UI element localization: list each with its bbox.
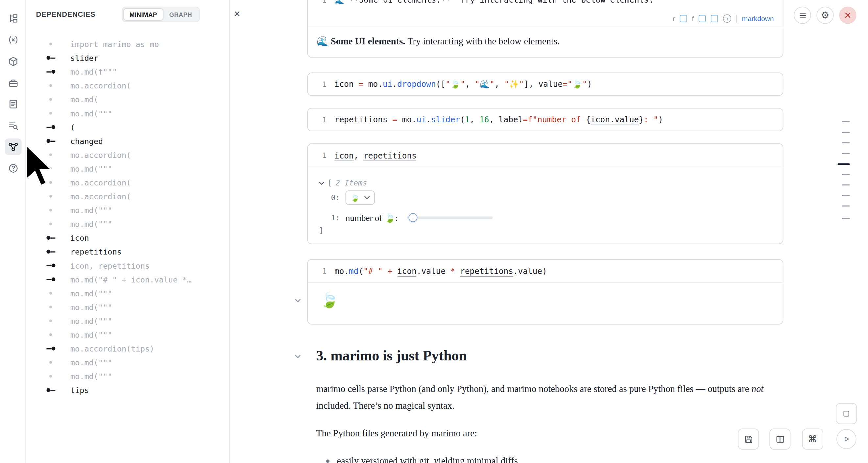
close-panel-icon[interactable]: ✕: [234, 9, 241, 18]
minimap-node-icon: [46, 374, 56, 379]
minimap-rail-line[interactable]: [842, 174, 850, 175]
minimap-node-icon: [46, 263, 56, 268]
paragraph-text: included. There’s no magical syntax.: [316, 400, 454, 411]
collapse-chevron[interactable]: [294, 352, 302, 361]
left-icon-rail: [0, 0, 26, 463]
minimap-row[interactable]: (: [26, 120, 228, 134]
minimap-row-label: mo.accordion(: [70, 178, 131, 187]
slider-track[interactable]: [407, 216, 493, 219]
minimap-node-icon: [46, 346, 56, 351]
code-token: =: [359, 80, 363, 89]
help-icon[interactable]: [5, 160, 22, 177]
minimap-row[interactable]: mo.md(""": [26, 217, 228, 231]
markdown-editor[interactable]: 1 🌊 **Some UI elements.** Try interactin…: [308, 0, 783, 10]
tree-collapse-icon[interactable]: [319, 178, 324, 187]
minimap-row-label: mo.md(""": [70, 372, 113, 381]
code-token: "# ": [363, 267, 383, 276]
minimap-row[interactable]: repetitions: [26, 245, 228, 258]
minimap-row[interactable]: mo.md(""": [26, 369, 228, 383]
minimap-node-icon: [46, 180, 56, 185]
line-number: 1: [316, 151, 327, 159]
minimap-row[interactable]: mo.md(: [26, 92, 228, 106]
fullscreen-button[interactable]: [836, 403, 857, 424]
code-token: "✨": [504, 80, 524, 89]
minimap-row[interactable]: mo.accordion(: [26, 189, 228, 203]
code-editor[interactable]: 1 mo.md("# " + icon.value * repetitions.…: [308, 260, 783, 283]
menu-button[interactable]: [794, 7, 811, 24]
dependencies-icon[interactable]: [5, 138, 22, 155]
file-tree-icon[interactable]: [5, 10, 22, 27]
minimap-rail-line[interactable]: [842, 195, 850, 196]
toggle-f-checkbox[interactable]: [699, 15, 706, 22]
minimap-row[interactable]: mo.accordion(: [26, 176, 228, 189]
minimap-row[interactable]: icon: [26, 231, 228, 245]
code-token: "🍃": [445, 80, 465, 89]
toggle-extra-checkbox[interactable]: [711, 15, 718, 22]
code-token: }: [639, 115, 644, 124]
logs-icon[interactable]: [5, 117, 22, 134]
code-token: 1: [465, 115, 470, 124]
markdown-cell-footer: r f i markdown: [308, 10, 783, 27]
code-token: ([: [436, 80, 445, 89]
code-token: [455, 267, 460, 276]
tab-graph[interactable]: GRAPH: [163, 8, 198, 21]
settings-button[interactable]: ⚙: [816, 7, 834, 24]
minimap-rail-line[interactable]: [842, 206, 850, 207]
minimap-rail-line[interactable]: [842, 143, 850, 143]
minimap-row[interactable]: mo.md(""": [26, 106, 228, 120]
minimap-node-icon: [46, 41, 56, 47]
minimap-row[interactable]: mo.md(f""": [26, 65, 228, 79]
minimap-row[interactable]: mo.accordion(tips): [26, 342, 228, 356]
layout-icon: [775, 434, 785, 444]
minimap-row[interactable]: mo.accordion(: [26, 148, 228, 162]
collapse-chevron[interactable]: [294, 297, 302, 305]
cell-dropdown-code[interactable]: 1 icon = mo.ui.dropdown(["🍃", "🌊", "✨"],…: [307, 73, 783, 96]
save-button[interactable]: [738, 429, 759, 450]
markdown-output: 🌊 Some UI elements. Try interacting with…: [308, 27, 783, 55]
minimap-row[interactable]: icon, repetitions: [26, 258, 228, 272]
language-label[interactable]: markdown: [742, 15, 774, 23]
toggle-r-checkbox[interactable]: [680, 15, 687, 22]
minimap-row[interactable]: mo.md(""": [26, 300, 228, 314]
minimap-rail-line[interactable]: [842, 218, 850, 219]
minimap-row[interactable]: mo.md(""": [26, 356, 228, 369]
code-line: repetitions = mo.ui.slider(1, 16, label=…: [334, 115, 663, 124]
minimap-row[interactable]: mo.md(""": [26, 286, 228, 300]
code-token: , label: [489, 115, 523, 124]
tree-bracket-close: ]: [319, 226, 323, 235]
code-editor[interactable]: 1 icon, repetitions: [308, 144, 783, 167]
slider-thumb[interactable]: [408, 213, 417, 222]
minimap-rail-line[interactable]: [842, 132, 850, 133]
output-bold-text: Some UI elements.: [331, 36, 405, 47]
tab-minimap[interactable]: MINIMAP: [123, 8, 163, 21]
minimap-row[interactable]: mo.md(""": [26, 314, 228, 328]
toolbox-icon[interactable]: [5, 75, 22, 91]
minimap-rail-line[interactable]: [842, 153, 850, 154]
paragraph: marimo cells parse Python (and only Pyth…: [316, 381, 770, 414]
minimap-row[interactable]: mo.md(""": [26, 328, 228, 342]
layout-button[interactable]: [769, 429, 790, 450]
minimap-rail-line[interactable]: [842, 184, 850, 185]
run-button[interactable]: [836, 429, 857, 449]
minimap-row-label: mo.accordion(tips): [70, 344, 154, 353]
minimap-row[interactable]: mo.md(""": [26, 203, 228, 217]
md-cell-output: 🍃: [308, 283, 783, 308]
code-token: icon: [334, 151, 354, 161]
minimap-row[interactable]: mo.md(""": [26, 162, 228, 176]
minimap-row[interactable]: changed: [26, 134, 228, 148]
minimap-rail-line[interactable]: [837, 163, 849, 165]
minimap-row[interactable]: tips: [26, 383, 228, 397]
minimap-row[interactable]: mo.md("# " + icon.value *…: [26, 272, 228, 286]
shutdown-button[interactable]: [839, 7, 856, 24]
minimap-row[interactable]: slider: [26, 51, 228, 65]
scratchpad-icon[interactable]: [5, 96, 22, 113]
code-snippets-icon[interactable]: [5, 32, 22, 48]
shortcuts-button[interactable]: ⌘: [802, 429, 823, 450]
info-icon[interactable]: i: [723, 14, 731, 23]
dropdown-widget[interactable]: 🍃: [346, 190, 374, 205]
minimap-row[interactable]: mo.accordion(: [26, 79, 228, 92]
packages-icon[interactable]: [5, 53, 22, 70]
minimap-row[interactable]: import marimo as mo: [26, 37, 228, 51]
minimap-rail-line[interactable]: [842, 121, 850, 122]
cell-slider-code[interactable]: 1 repetitions = mo.ui.slider(1, 16, labe…: [307, 108, 783, 131]
